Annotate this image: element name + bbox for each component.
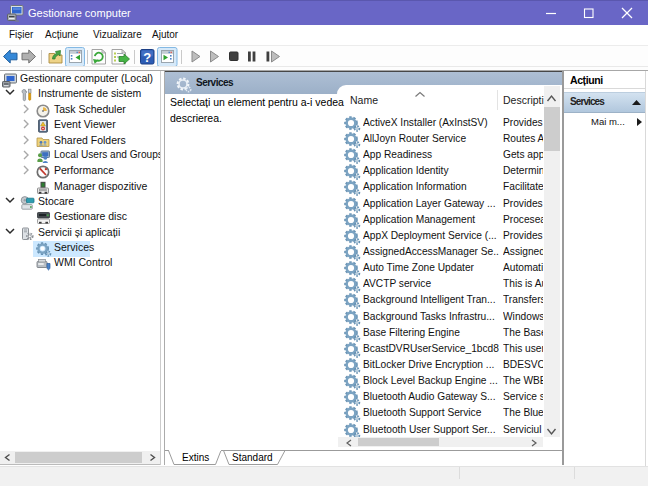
svg-text:?: ?	[143, 50, 151, 65]
